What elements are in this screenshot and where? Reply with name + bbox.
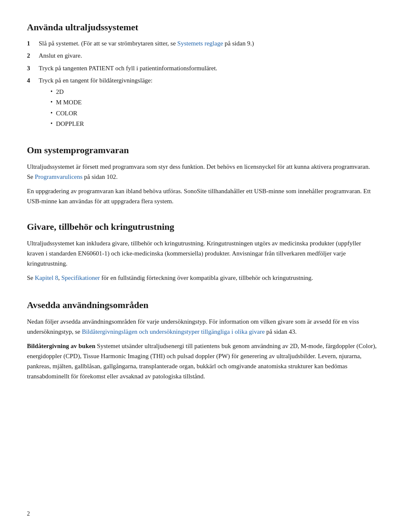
- systemets-reglage-link[interactable]: Systemets reglage: [177, 40, 223, 47]
- main-title: Använda ultraljudssystemet: [27, 20, 377, 35]
- list-item-4: 4 Tryck på en tangent för bildåtergivnin…: [27, 76, 377, 130]
- avsedda-para1: Nedan följer avsedda användningsområden …: [27, 317, 377, 337]
- bullet-color: COLOR: [50, 109, 152, 118]
- om-systemprogramvaran-heading: Om systemprogramvaran: [27, 143, 377, 157]
- bullet-m-mode: M MODE: [50, 98, 152, 107]
- list-text-4: Tryck på en tangent för bildåtergivnings…: [39, 76, 152, 130]
- list-item-1: 1 Slå på systemet. (För att se var ström…: [27, 39, 377, 48]
- programvarulicens-link[interactable]: Programvarulicens: [35, 173, 82, 180]
- avsedda-para2: Bildåtergivning av buken Systemet utsänd…: [27, 341, 377, 381]
- om-para2: En uppgradering av programvaran kan ibla…: [27, 186, 377, 206]
- list-item-3: 3 Tryck på tangenten PATIENT och fyll i …: [27, 64, 377, 73]
- numbered-list: 1 Slå på systemet. (För att se var ström…: [27, 39, 377, 130]
- list-text-3: Tryck på tangenten PATIENT och fyll i pa…: [39, 64, 217, 73]
- list-text-1: Slå på systemet. (För att se var strömbr…: [39, 39, 254, 48]
- bildatergivning-link[interactable]: Bildåtergivningslägen och undersökningst…: [82, 328, 265, 335]
- mode-bullet-list: 2D M MODE COLOR DOPPLER: [50, 87, 152, 129]
- kapitel8-link[interactable]: Kapitel 8: [35, 274, 58, 281]
- avsedda-heading: Avsedda användningsområden: [27, 298, 377, 312]
- givare-heading: Givare, tillbehör och kringutrustning: [27, 220, 377, 234]
- givare-para1: Ultraljudssystemet kan inkludera givare,…: [27, 238, 377, 269]
- om-para1: Ultraljudssystemet är försett med progra…: [27, 162, 377, 182]
- list-num-2: 2: [27, 51, 34, 61]
- bildatergivning-buken-label: Bildåtergivning av buken: [27, 343, 96, 349]
- bullet-doppler: DOPPLER: [50, 119, 152, 129]
- list-num-4: 4: [27, 76, 34, 130]
- givare-para2: Se Kapitel 8, Specifikationer för en ful…: [27, 273, 377, 283]
- list-item-2: 2 Anslut en givare.: [27, 51, 377, 61]
- specifikationer-link[interactable]: Specifikationer: [61, 274, 100, 281]
- list-num-1: 1: [27, 39, 34, 48]
- list-num-3: 3: [27, 64, 34, 73]
- bullet-2d: 2D: [50, 87, 152, 97]
- list-text-2: Anslut en givare.: [39, 51, 82, 61]
